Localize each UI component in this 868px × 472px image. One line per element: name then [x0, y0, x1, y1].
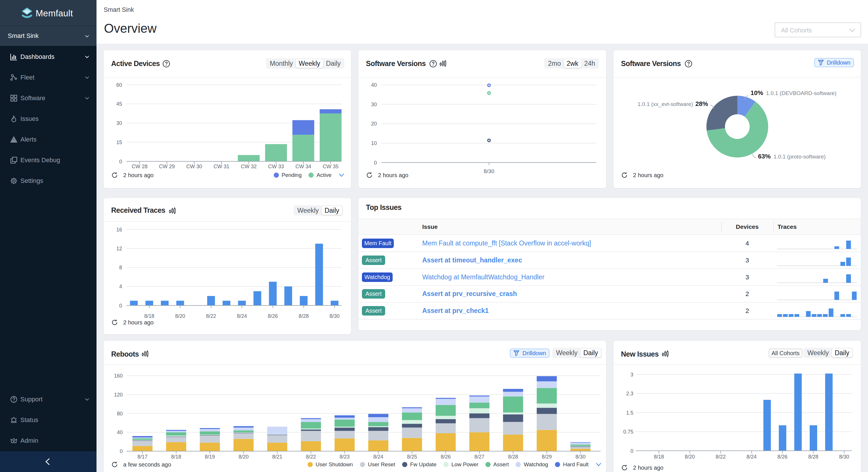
svg-text:0: 0 — [374, 160, 377, 166]
svg-text:0: 0 — [119, 159, 122, 164]
svg-text:8/28: 8/28 — [808, 454, 818, 460]
svg-text:8/22: 8/22 — [206, 313, 216, 319]
svg-text:30: 30 — [371, 102, 377, 107]
svg-text:10: 10 — [371, 140, 377, 146]
svg-text:8: 8 — [119, 265, 122, 271]
svg-text:40: 40 — [117, 430, 123, 435]
svg-text:8/26: 8/26 — [777, 454, 787, 460]
svg-text:3: 3 — [630, 372, 633, 378]
svg-text:8/18: 8/18 — [654, 454, 664, 460]
svg-text:1.5: 1.5 — [626, 410, 633, 416]
svg-text:8/21: 8/21 — [272, 454, 282, 460]
svg-text:0: 0 — [120, 448, 123, 454]
svg-text:8/30: 8/30 — [839, 454, 849, 460]
svg-text:12: 12 — [116, 246, 122, 252]
svg-text:CW 28: CW 28 — [131, 164, 147, 169]
svg-text:8/20: 8/20 — [685, 454, 695, 460]
svg-text:8/24: 8/24 — [373, 454, 383, 460]
svg-text:160: 160 — [114, 373, 123, 379]
svg-text:8/30: 8/30 — [575, 454, 585, 460]
svg-text:CW 30: CW 30 — [186, 164, 202, 169]
svg-text:120: 120 — [114, 392, 123, 398]
svg-text:30: 30 — [116, 120, 122, 126]
svg-text:8/30: 8/30 — [484, 168, 494, 174]
svg-text:8/23: 8/23 — [340, 454, 349, 460]
svg-text:8/24: 8/24 — [746, 454, 756, 460]
svg-text:8/17: 8/17 — [137, 454, 147, 460]
svg-text:15: 15 — [116, 139, 122, 145]
svg-text:1.0.1 (xx_evt-software)28%: 1.0.1 (xx_evt-software)28% — [638, 100, 708, 107]
svg-text:8/22: 8/22 — [715, 454, 725, 460]
svg-text:CW 31: CW 31 — [213, 164, 229, 169]
svg-text:CW 35: CW 35 — [322, 164, 338, 169]
svg-text:8/28: 8/28 — [299, 313, 309, 319]
svg-text:0: 0 — [630, 448, 633, 454]
svg-text:CW 33: CW 33 — [268, 164, 284, 169]
svg-text:8/28: 8/28 — [508, 454, 518, 460]
svg-text:0: 0 — [119, 303, 122, 309]
svg-text:8/19: 8/19 — [205, 454, 215, 460]
svg-text:8/24: 8/24 — [237, 313, 247, 319]
svg-text:8/26: 8/26 — [441, 454, 451, 460]
svg-text:CW 34: CW 34 — [295, 164, 311, 169]
svg-text:8/29: 8/29 — [542, 454, 552, 460]
svg-text:8/27: 8/27 — [474, 454, 484, 460]
svg-text:0.75: 0.75 — [623, 429, 633, 435]
svg-text:8/30: 8/30 — [330, 313, 340, 319]
svg-text:8/22: 8/22 — [306, 454, 316, 460]
svg-text:4: 4 — [119, 284, 122, 289]
svg-text:CW 32: CW 32 — [241, 164, 256, 169]
svg-text:8/18: 8/18 — [171, 454, 181, 460]
svg-text:8/26: 8/26 — [268, 313, 278, 319]
svg-text:8/20: 8/20 — [239, 454, 248, 460]
svg-text:45: 45 — [116, 101, 122, 107]
svg-text:63%1.0.1 (proto-software): 63%1.0.1 (proto-software) — [758, 153, 826, 160]
svg-text:20: 20 — [371, 121, 377, 127]
svg-text:8/20: 8/20 — [175, 313, 185, 319]
svg-text:2.3: 2.3 — [626, 391, 633, 397]
svg-text:CW 29: CW 29 — [159, 164, 175, 169]
svg-text:8/25: 8/25 — [407, 454, 417, 460]
svg-text:80: 80 — [117, 411, 123, 417]
svg-text:16: 16 — [116, 227, 122, 232]
svg-text:10%1.0.1 (DEVBOARD-software): 10%1.0.1 (DEVBOARD-software) — [750, 89, 836, 96]
svg-text:40: 40 — [371, 82, 377, 88]
svg-text:60: 60 — [116, 82, 122, 88]
